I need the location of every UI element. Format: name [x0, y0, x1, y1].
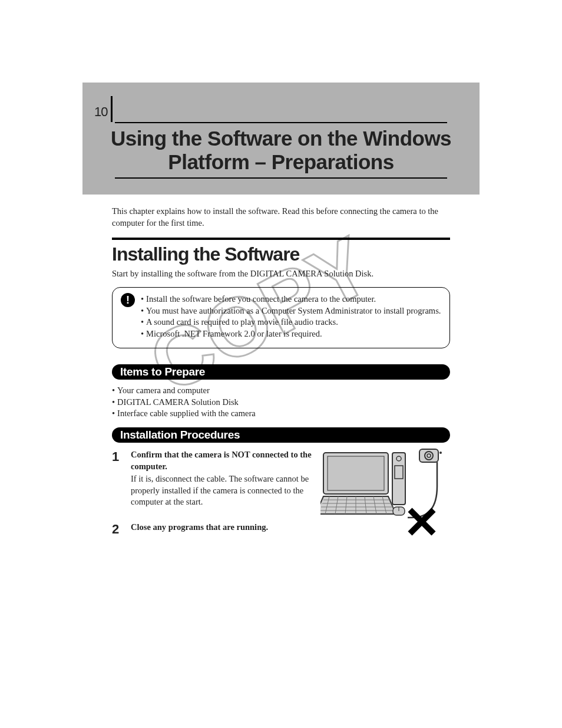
step-number: 2: [112, 522, 131, 536]
step-detail: If it is, disconnect the cable. The soft…: [131, 473, 313, 508]
computer-camera-diagram: [320, 448, 444, 536]
svg-rect-2: [328, 456, 384, 490]
page-number-divider: [111, 96, 113, 122]
bar-heading-procedures: Installation Procedures: [112, 427, 450, 443]
page-number-block: 10: [94, 96, 113, 120]
note-item: Install the software before you connect …: [141, 294, 441, 305]
step-strong: Close any programs that are running.: [131, 522, 313, 533]
list-item: Your camera and computer: [112, 385, 450, 397]
step-number: 1: [112, 449, 131, 508]
note-item: Microsoft .NET Framework 2.0 or later is…: [141, 328, 441, 340]
chapter-title-line2: Platform – Preparations: [168, 150, 394, 173]
step-body: Confirm that the camera is NOT connected…: [131, 449, 313, 508]
svg-point-22: [439, 452, 442, 454]
step-strong: Confirm that the camera is NOT connected…: [131, 449, 313, 472]
chapter-title-rule-top: [115, 122, 447, 123]
section-subtext: Start by installing the software from th…: [112, 269, 450, 279]
chapter-title: Using the Software on the Windows Platfo…: [82, 127, 480, 174]
note-item: You must have authorization as a Compute…: [141, 305, 441, 317]
prepare-items-list: Your camera and computer DIGITAL CAMERA …: [112, 385, 450, 420]
list-item: DIGITAL CAMERA Solution Disk: [112, 397, 450, 409]
chapter-title-rule-bottom: [115, 177, 447, 179]
section-rule: [112, 238, 450, 240]
section-heading: Installing the Software: [112, 243, 299, 265]
note-list: Install the software before you connect …: [141, 294, 441, 340]
exclamation-icon: !: [121, 293, 135, 307]
step-body: Close any programs that are running.: [131, 522, 313, 536]
chapter-title-line1: Using the Software on the Windows: [111, 127, 451, 150]
bar-heading-items: Items to Prepare: [112, 364, 450, 380]
intro-paragraph: This chapter explains how to install the…: [112, 206, 450, 229]
page-number: 10: [94, 104, 107, 120]
document-page: COPY 10 Using the Software on the Window…: [0, 0, 562, 728]
note-item: A sound card is required to play movie f…: [141, 317, 441, 328]
list-item: Interface cable supplied with the camera: [112, 408, 450, 420]
important-note-box: ! Install the software before you connec…: [112, 287, 450, 348]
